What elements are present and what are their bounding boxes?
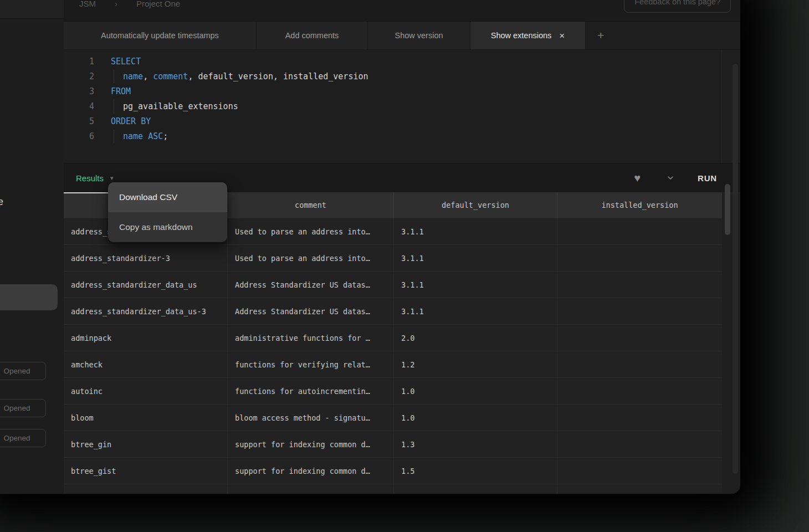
code-token: ORDER BY [111,116,151,126]
cell-default-version[interactable]: 1.2 [393,351,557,377]
cell-installed-version[interactable] [557,405,722,431]
table-row[interactable]: adminpackadministrative functions for …2… [64,324,722,351]
tab-add-comments[interactable]: Add comments [257,22,368,49]
run-button[interactable]: RUN [690,163,725,192]
cell-comment[interactable]: Used to parse an address into… [227,218,393,244]
table-row[interactable]: amcheckfunctions for verifying relat…1.2 [64,351,722,377]
favorite-heart-button[interactable]: ♥ [634,163,641,192]
cell-name[interactable]: autoinc [64,378,227,404]
cell-comment[interactable]: support for indexing common d… [227,458,393,484]
chevron-down-button[interactable] [666,163,675,192]
editor-scroll-divider [721,50,722,163]
cell-default-version[interactable]: 3.1.1 [393,218,557,244]
cell-installed-version[interactable] [557,218,722,244]
table-row[interactable]: btree_ginsupport for indexing common d…1… [64,431,722,457]
cell-installed-version[interactable] [557,431,722,457]
cell-installed-version[interactable] [557,378,722,404]
table-row[interactable]: address_standardizer-3Used to parse an a… [64,244,722,271]
line-number: 1 [64,57,94,66]
column-header-default-version[interactable]: default_version [393,192,557,218]
column-header-comment[interactable]: comment [227,192,393,218]
chevron-down-icon [666,173,675,182]
tab-show-version[interactable]: Show version [368,22,470,49]
cell-default-version[interactable]: 3.1.1 [393,245,557,271]
cell-comment[interactable]: Used to parse an address into… [227,245,393,271]
left-sidebar-header [0,0,64,19]
cell-installed-version[interactable] [557,298,722,324]
menu-item-copy-as-markdown[interactable]: Copy as markdown [108,212,227,242]
cell-default-version[interactable]: 3.1.1 [393,272,557,298]
cell-name[interactable]: btree_gin [64,431,227,457]
cell-comment[interactable]: functions for autoincrementin… [227,378,393,404]
tab-label: Show version [395,31,443,40]
cell-name[interactable]: adminpack [64,325,227,351]
opened-badge: Opened [0,429,46,447]
code-token: pg_available_extensions [123,101,238,111]
breadcrumb-project[interactable]: Project One [136,0,180,8]
indent-guide [114,129,114,144]
cell-comment[interactable]: Address Standardizer US datas… [227,298,393,324]
code-line: 2name, comment, default_version, install… [64,69,740,84]
indent-guide [114,69,114,84]
table-row[interactable]: citextdata type for case-insensitiv…1.6 [64,484,722,494]
close-tab-icon[interactable]: × [559,31,565,40]
panel-scrollbar-thumb[interactable] [733,64,738,474]
cell-name[interactable]: address_standardizer_data_us [64,272,227,298]
breadcrumb-org[interactable]: JSM [79,0,96,8]
cell-installed-version[interactable] [557,245,722,271]
cell-comment[interactable]: bloom access method - signatu… [227,405,393,431]
opened-badge: Opened [0,362,46,380]
table-row[interactable]: autoincfunctions for autoincrementin…1.0 [64,377,722,404]
cell-default-version[interactable]: 1.5 [393,458,557,484]
cell-name[interactable]: citext [64,484,227,494]
cell-installed-version[interactable] [557,484,722,494]
cell-comment[interactable]: data type for case-insensitiv… [227,484,393,494]
cell-name[interactable]: bloom [64,405,227,431]
results-dropdown[interactable]: Results [76,173,104,183]
table-row[interactable]: bloombloom access method - signatu…1.0 [64,404,722,431]
cell-name[interactable]: amcheck [64,351,227,377]
table-row[interactable]: btree_gistsupport for indexing common d…… [64,457,722,484]
feedback-button[interactable]: Feedback on this page? [624,0,731,13]
cell-default-version[interactable]: 2.0 [393,325,557,351]
sql-editor-panel: JSM › Project One Feedback on this page?… [64,0,740,494]
caret-down-icon: ▾ [110,175,114,182]
cell-name[interactable]: btree_gist [64,458,227,484]
new-tab-button[interactable]: + [597,29,604,42]
cell-comment[interactable]: support for indexing common d… [227,431,393,457]
cell-comment[interactable]: Address Standardizer US datas… [227,272,393,298]
code-text: SELECT [111,54,141,69]
cell-default-version[interactable]: 3.1.1 [393,298,557,324]
cell-comment[interactable]: administrative functions for … [227,325,393,351]
cell-default-version[interactable]: 1.6 [393,484,557,494]
cell-comment[interactable]: functions for verifying relat… [227,351,393,377]
cell-installed-version[interactable] [557,351,722,377]
tab-show-extensions[interactable]: Show extensions× [470,22,586,49]
menu-item-download-csv[interactable]: Download CSV [108,182,227,212]
code-text: name, comment, default_version, installe… [111,69,368,84]
column-header-installed-version[interactable]: installed_version [557,192,722,218]
tab-label: Show extensions [491,31,552,40]
cell-name[interactable]: address_standardizer_data_us-3 [64,298,227,324]
code-token: , default_version, installed_version [188,71,368,81]
table-row[interactable]: address_standardizer_data_us-3Address St… [64,298,722,324]
tab-bar: Automatically update timestampsAdd comme… [64,22,740,50]
cell-default-version[interactable]: 1.3 [393,431,557,457]
code-text: FROM [111,84,131,99]
tab-automatically-update-timestamps[interactable]: Automatically update timestamps [64,22,257,49]
cell-name[interactable]: address_standardizer-3 [64,245,227,271]
sidebar-item-highlight[interactable] [0,284,58,310]
cell-default-version[interactable]: 1.0 [393,378,557,404]
opened-badge: Opened [0,399,46,417]
cell-installed-version[interactable] [557,325,722,351]
code-line: 5ORDER BY [64,114,740,129]
indent-guide [114,99,114,114]
code-line: 1SELECT [64,54,740,69]
cell-default-version[interactable]: 1.0 [393,405,557,431]
sql-code-editor[interactable]: 1SELECT2name, comment, default_version, … [64,50,740,163]
cell-installed-version[interactable] [557,272,722,298]
table-row[interactable]: address_standardizer_data_usAddress Stan… [64,271,722,298]
results-scrollbar-thumb[interactable] [725,184,730,235]
cell-installed-version[interactable] [557,458,722,484]
line-number: 6 [64,131,94,141]
